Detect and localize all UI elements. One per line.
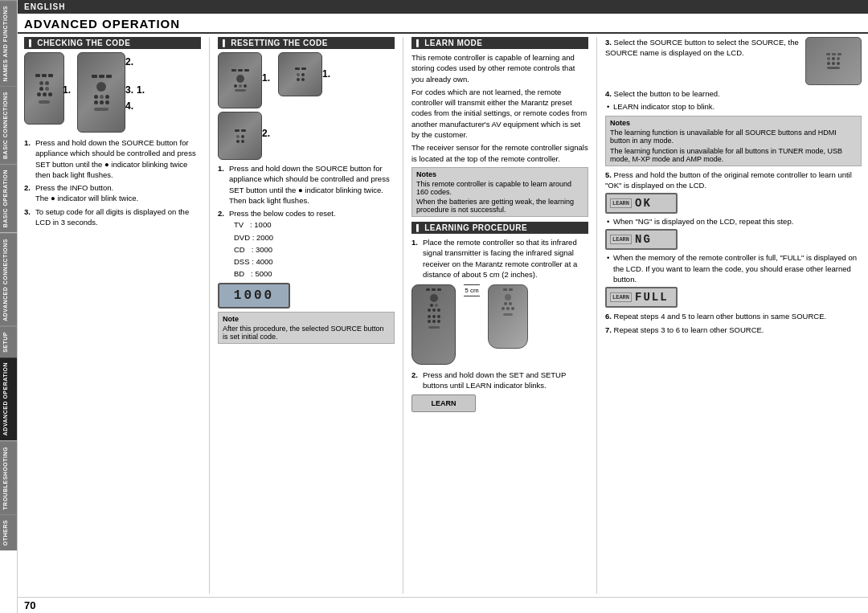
label-3: 3. [125,84,133,96]
step-3-area: 3. Select the SOURCE button to select th… [605,37,862,85]
resetting-code-steps: 1. Press and hold down the SOURCE button… [218,163,395,280]
notes-box-right: Notes The learning function is unavailab… [605,116,862,166]
step-3-remote [805,37,862,85]
step-4-bullets: LEARN indicator stop to blink. [605,101,862,112]
checking-code-images: 1. 2. 3. 4. 1. [24,52,201,133]
sidebar-tab-troubleshooting[interactable]: TROUBLESHOOTING [0,441,17,515]
reset-remote-2: 1. [278,52,322,108]
sidebar: NAMES AND FUNCTIONS BASIC CONNECTIONS BA… [0,0,18,613]
notes-text-1: This remote controller is capable to lea… [416,180,583,196]
sidebar-tab-others[interactable]: OTHERS [0,514,17,550]
reset-step-1-text: Press and hold down the SOURCE button fo… [229,164,390,194]
remote-image-right: 2. 3. 4. [77,52,125,133]
distance-label: 5 cm [461,284,483,296]
reset-remote-1: 1. [218,52,262,108]
learning-procedure-steps-2: 2. Press and hold down the SET and SETUP… [411,370,588,391]
lp-step-2: 2. Press and hold down the SET and SETUP… [411,370,588,391]
reset-step-1-then: Then back light flushes. [229,196,309,205]
code-tv: TV : 1000 [234,219,395,231]
step-5: 5. Press and hold the button of the orig… [605,170,862,191]
reset-step-2-text: Press the below codes to reset. [229,209,336,218]
sidebar-tab-basic-connections[interactable]: BASIC CONNECTIONS [0,86,17,164]
content-area: CHECKING THE CODE 1. [18,34,868,597]
remote-marantz [411,284,456,365]
page-title: ADVANCED OPERATION [24,17,180,31]
remote-art-reset-3 [218,112,262,160]
sidebar-tab-advanced-connections[interactable]: ADVANCED CONNECTIONS [0,233,17,326]
remote-art-2 [77,52,125,133]
notes-title-learn: Notes [416,170,583,178]
step-3-text: To setup code for all digits is displaye… [35,207,189,227]
note-title: Note [223,315,390,323]
label-1-left: 1. [63,84,71,96]
remote-other [488,284,528,349]
learn-strip: LEARN [411,394,476,412]
language-label: ENGLISH [24,2,65,11]
col-checking-code: CHECKING THE CODE 1. [24,37,201,594]
lp-step-1: 1. Place the remote controller so that i… [411,237,588,280]
divider-2 [403,37,403,594]
label-1-right: 1. [137,84,145,96]
step-5-bullets-2: When the memory of the remote controller… [605,252,862,284]
step-5-bullet-2: When the memory of the remote controller… [605,252,862,284]
notes-title-right: Notes [610,119,857,127]
reset-label-1: 1. [262,72,270,84]
step-5-bullet-1: When "NG" is displayed on the LCD, repea… [605,216,862,227]
two-remotes-illustration: 5 cm [411,284,588,365]
code-dvd: DVD : 2000 [234,231,395,243]
lp-step-2-text: Press and hold down the SET and SETUP bu… [423,370,566,390]
learn-ok-display: LEARN OK [605,193,678,214]
divider-3 [596,37,597,594]
step-6: 6. Repeat steps 4 and 5 to learn other b… [605,311,862,321]
step-3-intro: 3. Select the SOURCE button to select th… [605,37,800,59]
learn-mode-para1: This remote controller is capable of lea… [411,52,588,84]
page-title-bar: ADVANCED OPERATION [18,14,868,34]
sidebar-tab-setup[interactable]: SETUP [0,326,17,358]
step-1: 1. Press and hold down the SOURCE button… [24,137,201,180]
notes-text-2: When the batteries are getting weak, the… [416,198,583,214]
step-4: 4. Select the button to be learned. [605,88,862,99]
remote-art-reset-2 [278,52,322,96]
resetting-code-images: 1. 1. [218,52,395,108]
step-2: 2. Press the INFO button.The ● indicator… [24,182,201,204]
note-text: After this procedure, the selected SOURC… [223,325,390,341]
learn-ng-display: LEARN NG [605,229,678,250]
step-4-bullet-1: LEARN indicator stop to blink. [605,101,862,112]
divider-1 [209,37,210,594]
code-bd: BD : 5000 [234,268,395,280]
reset-step-2: 2. Press the below codes to reset. TV : … [218,208,395,280]
remote-art-reset-1 [218,52,262,108]
learn-mode-para2: For codes which are not learned, the rem… [411,87,588,140]
remote-art-1 [24,52,64,125]
learn-mode-header: LEARN MODE [411,37,588,49]
reset-step-1: 1. Press and hold down the SOURCE button… [218,163,395,206]
reset-label-2: 2. [262,128,270,139]
sidebar-tab-basic-operation[interactable]: BASIC OPERATION [0,164,17,232]
codes-list: TV : 1000 DVD : 2000 CD : 3000 DSS : 400… [229,219,395,280]
label-4: 4. [125,100,133,112]
page-number: 70 [18,597,868,613]
notes-right-2: The learning function is unavailable for… [610,147,857,163]
col-resetting-code: RESETTING THE CODE 1. [218,37,395,594]
notes-box-learn: Notes This remote controller is capable … [411,167,588,217]
step-3: 3. To setup code for all digits is displ… [24,206,201,228]
col-learn-mode: LEARN MODE This remote controller is cap… [411,37,588,594]
code-dss: DSS : 4000 [234,255,395,268]
learning-procedure-header: LEARNING PROCEDURE [411,222,588,234]
step-3-text-col: 3. Select the SOURCE button to select th… [605,37,800,85]
step-5-bullets: When "NG" is displayed on the LCD, repea… [605,216,862,227]
sidebar-tab-advanced-operation[interactable]: ADVANCED OPERATION [0,357,17,440]
step-1-text: Press and hold down the SOURCE button fo… [35,138,196,179]
learn-mode-para3: The receiver sensor for the remote contr… [411,142,588,164]
reset-remote-row2: 2. [218,112,395,160]
code-cd: CD : 3000 [234,243,395,255]
label-2: 2. [125,56,133,67]
sidebar-tab-names-functions[interactable]: NAMES AND FUNCTIONS [0,0,17,86]
reset-label-1b: 1. [322,68,330,80]
note-box-reset: Note After this procedure, the selected … [218,312,395,344]
remote-image-left: 1. [24,52,64,125]
checking-code-header: CHECKING THE CODE [24,37,201,49]
step-7: 7. Repeat steps 3 to 6 to learn other SO… [605,325,862,335]
notes-right-1: The learning function is unavailable for… [610,129,857,145]
checking-code-steps: 1. Press and hold down the SOURCE button… [24,137,201,227]
